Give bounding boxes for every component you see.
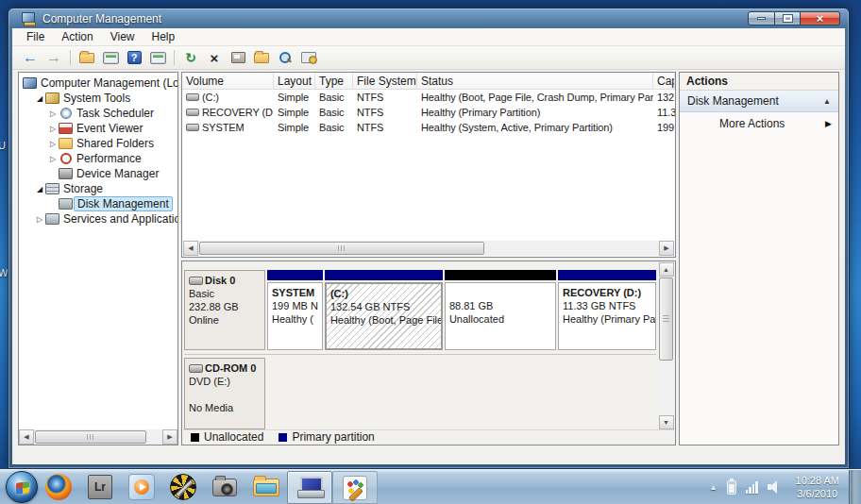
menu-bar: File Action View Help	[12, 28, 845, 46]
scrollbar-thumb[interactable]	[35, 430, 146, 444]
column-header-capacity[interactable]: Cap	[653, 73, 675, 89]
start-button[interactable]	[6, 471, 38, 503]
taskbar-paint-button[interactable]	[332, 471, 378, 504]
taskbar-media-player-button[interactable]	[121, 470, 162, 504]
volume-type: Basic	[315, 122, 353, 133]
graphical-view-vertical-scrollbar[interactable]: ▲ ▼	[658, 262, 674, 429]
restore-icon	[784, 15, 792, 22]
scrollbar-thumb[interactable]	[199, 242, 484, 255]
partition-legend: Unallocated Primary partition	[183, 429, 674, 444]
primary-partition-swatch	[279, 433, 287, 442]
close-button[interactable]: ×	[801, 11, 840, 25]
expand-expander-icon[interactable]: ▷	[47, 140, 59, 148]
volume-capacity: 132	[653, 92, 675, 103]
cdrom-0-label-box[interactable]: CD-ROM 0 DVD (E:) No Media	[184, 358, 265, 429]
show-console-tree-button[interactable]	[76, 48, 97, 68]
tree-item-services-and-applications[interactable]: ▷ Services and Applications	[19, 211, 177, 227]
partition-title: RECOVERY (D:)	[563, 286, 651, 299]
scroll-up-icon[interactable]: ▲	[659, 262, 674, 277]
expand-expander-icon[interactable]: ▷	[47, 155, 59, 163]
volume-row-c[interactable]: (C:) Simple Basic NTFS Healthy (Boot, Pa…	[182, 90, 675, 105]
scroll-left-icon[interactable]: ◀	[183, 241, 198, 256]
tree-item-event-viewer[interactable]: ▷ Event Viewer	[19, 121, 177, 136]
open-button[interactable]	[251, 48, 272, 68]
help-button[interactable]: ?	[124, 48, 144, 68]
partition-recovery[interactable]: RECOVERY (D:) 11.33 GB NTFS Healthy (Pri…	[558, 270, 656, 350]
tree-item-storage[interactable]: ◢ Storage	[19, 181, 177, 196]
collapse-section-icon[interactable]: ▲	[823, 97, 831, 106]
partition-unallocated[interactable]: 88.81 GB Unallocated	[445, 270, 556, 350]
console-window-icon	[103, 52, 119, 64]
column-header-type[interactable]: Type	[315, 73, 353, 89]
tree-horizontal-scrollbar[interactable]: ◀ ▶	[19, 429, 177, 445]
primary-partition-color-band	[325, 270, 443, 280]
console-window-button[interactable]	[100, 48, 121, 68]
find-button[interactable]	[275, 48, 295, 68]
partition-system[interactable]: SYSTEM 199 MB N Healthy (	[267, 270, 323, 350]
new-window-button[interactable]	[147, 48, 168, 68]
primary-partition-color-band	[558, 270, 656, 280]
scroll-right-icon[interactable]: ▶	[162, 429, 177, 445]
taskbar-utility-button[interactable]	[162, 470, 204, 504]
expand-expander-icon[interactable]: ▷	[34, 215, 45, 224]
taskbar-camera-button[interactable]	[204, 470, 245, 504]
column-header-status[interactable]: Status	[417, 73, 653, 89]
help-topics-button[interactable]	[298, 48, 319, 68]
expand-expander-icon[interactable]: ▷	[47, 109, 59, 118]
taskbar-clock[interactable]: 10:28 AM 3/6/2010	[790, 474, 845, 500]
clock-date: 3/6/2010	[796, 487, 839, 500]
partition-c-selected[interactable]: (C:) 132.54 GB NTFS Healthy (Boot, Page …	[325, 270, 443, 350]
scroll-left-icon[interactable]: ◀	[19, 429, 34, 445]
collapse-expander-icon[interactable]: ◢	[34, 94, 45, 103]
scrollbar-thumb[interactable]	[659, 277, 673, 361]
refresh-button[interactable]: ↻	[180, 48, 201, 68]
scroll-down-icon[interactable]: ▼	[659, 415, 674, 429]
minimize-icon	[757, 17, 766, 20]
tree-item-label: System Tools	[63, 92, 130, 105]
disk-0-label-box[interactable]: Disk 0 Basic 232.88 GB Online	[184, 270, 265, 350]
speaker-icon[interactable]	[768, 480, 781, 494]
show-desktop-button[interactable]	[849, 470, 861, 504]
forward-button[interactable]: →	[43, 48, 64, 68]
tree-item-task-scheduler[interactable]: ▷ Task Scheduler	[19, 106, 177, 121]
menu-view[interactable]: View	[102, 28, 144, 45]
expand-expander-icon[interactable]: ▷	[47, 125, 59, 133]
menu-action[interactable]: Action	[53, 28, 101, 45]
tree-item-performance[interactable]: ▷ Performance	[19, 151, 177, 166]
taskbar-explorer-button[interactable]	[245, 470, 287, 504]
tree-item-device-manager[interactable]: Device Manager	[19, 166, 177, 181]
volume-list-horizontal-scrollbar[interactable]: ◀ ▶	[183, 241, 674, 256]
collapse-expander-icon[interactable]: ◢	[34, 185, 45, 193]
volume-row-recovery[interactable]: RECOVERY (D:) Simple Basic NTFS Healthy …	[182, 105, 675, 120]
title-bar[interactable]: Computer Management ×	[8, 8, 849, 28]
column-header-volume[interactable]: Volume	[182, 73, 274, 89]
taskbar-computer-management-button-active[interactable]	[287, 471, 332, 504]
back-button[interactable]: ←	[20, 48, 41, 68]
tree-item-label: Computer Management (Local	[41, 76, 178, 90]
volume-row-system[interactable]: SYSTEM Simple Basic NTFS Healthy (System…	[182, 120, 675, 135]
taskbar: Lr ▲ 10:28 AM 3/6/2010	[0, 469, 861, 504]
tree-item-system-tools[interactable]: ◢ System Tools	[19, 91, 177, 106]
tree-item-computer-management[interactable]: Computer Management (Local	[19, 76, 177, 91]
actions-disk-management-section[interactable]: Disk Management ▲	[680, 91, 838, 112]
taskbar-lightroom-button[interactable]: Lr	[79, 470, 121, 504]
delete-button[interactable]: ×	[204, 48, 225, 68]
restore-button[interactable]	[775, 11, 801, 25]
menu-help[interactable]: Help	[144, 28, 184, 45]
toolbar-separator	[70, 50, 71, 65]
properties-button[interactable]	[228, 48, 248, 68]
column-header-file-system[interactable]: File System	[353, 73, 417, 89]
show-hidden-icons-chevron[interactable]: ▲	[710, 483, 718, 492]
tree-item-disk-management[interactable]: Disk Management	[19, 196, 177, 211]
battery-icon[interactable]	[727, 480, 736, 495]
taskbar-firefox-button[interactable]	[38, 470, 79, 504]
utility-icon	[170, 474, 196, 500]
network-signal-icon[interactable]	[746, 480, 758, 494]
column-header-layout[interactable]: Layout	[274, 73, 315, 89]
more-actions-item[interactable]: More Actions ▶	[680, 112, 838, 135]
close-icon: ×	[817, 11, 824, 25]
tree-item-shared-folders[interactable]: ▷ Shared Folders	[19, 136, 177, 151]
menu-file[interactable]: File	[18, 28, 53, 45]
scroll-right-icon[interactable]: ▶	[659, 241, 674, 256]
minimize-button[interactable]	[748, 11, 775, 25]
